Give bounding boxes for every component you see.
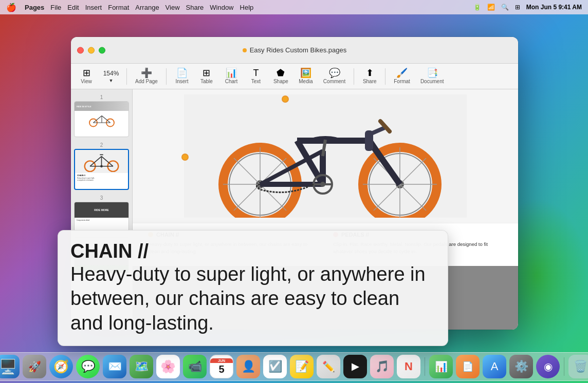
dock-icon-trash[interactable]: 🗑️ (568, 355, 588, 378)
chain-tooltip-popup: CHAIN // Heavy-duty to super light, or a… (58, 230, 448, 346)
format-label: Format (394, 79, 410, 84)
menu-edit[interactable]: Edit (67, 4, 79, 11)
battery-icon[interactable]: 🔋 (473, 4, 481, 11)
annotation-dot-saddle[interactable] (282, 95, 289, 103)
toolbar-chart[interactable]: 📊 Chart (220, 66, 243, 86)
dock-icon-calendar[interactable]: JUN 5 (210, 355, 233, 378)
dock-icon-reminders[interactable]: ☑️ (263, 355, 287, 378)
bike-image (133, 89, 518, 223)
text-label: Text (251, 79, 261, 84)
dock-icon-sysprefs[interactable]: ⚙️ (509, 355, 533, 378)
dock-icon-contacts[interactable]: 👤 (236, 355, 260, 378)
toolbar-divider-4 (385, 68, 385, 85)
share-label: Share (363, 79, 377, 84)
dock: 🖥️ 🚀 🧭 💬 ✉️ 🗺️ 🌸 📹 JUN 5 👤 ☑️ 📝 ✏️ ▶ 🎵 N… (0, 352, 588, 381)
control-center-icon[interactable]: ⊞ (515, 4, 520, 11)
bike-illustration (184, 94, 467, 218)
dock-icon-messages[interactable]: 💬 (76, 355, 100, 378)
wifi-icon[interactable]: 📶 (487, 4, 495, 11)
dock-icon-appstore[interactable]: A (483, 355, 506, 378)
tooltip-heading: CHAIN // (70, 241, 435, 262)
dock-icon-freeform[interactable]: ✏️ (317, 355, 340, 378)
text-icon: T (253, 68, 259, 78)
dock-icon-pages[interactable]: 📄 (456, 355, 480, 378)
toolbar-text[interactable]: T Text (245, 66, 267, 86)
menu-file[interactable]: File (50, 4, 61, 11)
apple-menu[interactable]: 🍎 (6, 3, 16, 12)
dock-icon-facetime[interactable]: 📹 (183, 355, 207, 378)
add-page-label: Add Page (135, 79, 158, 84)
dock-icon-photos[interactable]: 🌸 (156, 355, 180, 378)
menubar-right: 🔋 📶 🔍 ⊞ Mon Jun 5 9:41 AM (473, 4, 582, 11)
toolbar-insert[interactable]: 📄 Insert (171, 66, 193, 86)
toolbar-divider-1 (126, 68, 127, 85)
toolbar-document[interactable]: 📑 Document (416, 66, 448, 86)
toolbar-divider-2 (166, 68, 167, 85)
menu-help[interactable]: Help (240, 4, 254, 11)
toolbar-shape[interactable]: ⬟ Shape (269, 66, 292, 86)
shape-label: Shape (273, 79, 288, 84)
datetime: Mon Jun 5 9:41 AM (526, 4, 582, 11)
dock-icon-maps[interactable]: 🗺️ (130, 355, 153, 378)
sidebar-page-1[interactable]: 1 RIDE IN STYLE (73, 93, 130, 138)
toolbar-table[interactable]: ⊞ Table (195, 66, 218, 86)
window-title-text: Easy Rides Custom Bikes.pages (250, 46, 347, 54)
chart-label: Chart (225, 79, 237, 84)
insert-label: Insert (175, 79, 188, 84)
page-thumb-2[interactable]: CHAIN // Heavy-duty to super light, or a… (74, 149, 129, 190)
format-icon: 🖌️ (396, 68, 408, 78)
table-icon: ⊞ (203, 68, 210, 78)
dock-separator-2 (564, 357, 564, 376)
toolbar-zoom[interactable]: 154% ▼ (100, 68, 122, 85)
sidebar-page-2[interactable]: 2 (73, 141, 130, 191)
menu-arrange[interactable]: Arrange (135, 4, 159, 11)
dock-icon-notes[interactable]: 📝 (290, 355, 314, 378)
search-icon[interactable]: 🔍 (501, 4, 509, 11)
document-icon: 📑 (427, 68, 438, 78)
dock-icon-numbers[interactable]: 📊 (429, 355, 453, 378)
toolbar-add-page[interactable]: ➕ Add Page (131, 66, 162, 86)
dock-icon-mail[interactable]: ✉️ (103, 355, 126, 378)
media-label: Media (299, 79, 313, 84)
window-controls (77, 47, 105, 53)
table-label: Table (200, 79, 213, 84)
comment-icon: 💬 (329, 68, 340, 78)
menu-format[interactable]: Format (108, 4, 129, 11)
menu-app-name[interactable]: Pages (25, 4, 44, 11)
minimize-button[interactable] (88, 47, 95, 53)
page-number-2: 2 (74, 142, 129, 148)
insert-icon: 📄 (176, 68, 188, 78)
dock-icon-arc[interactable]: ◉ (536, 355, 560, 378)
toolbar-divider-3 (354, 68, 354, 85)
comment-label: Comment (323, 79, 345, 84)
zoom-chevron: ▼ (109, 78, 114, 83)
maximize-button[interactable] (99, 47, 105, 53)
window-title: Easy Rides Custom Bikes.pages (77, 46, 512, 54)
menu-share[interactable]: Share (186, 4, 204, 11)
dock-icon-news[interactable]: N (397, 355, 420, 378)
dock-separator (425, 357, 425, 376)
toolbar-format[interactable]: 🖌️ Format (390, 66, 414, 86)
page-number-3: 3 (74, 195, 129, 201)
toolbar: ⊞ View 154% ▼ ➕ Add Page 📄 Insert ⊞ Tabl… (71, 64, 518, 89)
chart-icon: 📊 (226, 68, 237, 78)
page-thumb-1[interactable]: RIDE IN STYLE (74, 101, 129, 137)
document-dot (243, 48, 247, 52)
dock-icon-launchpad[interactable]: 🚀 (23, 355, 46, 378)
toolbar-comment[interactable]: 💬 Comment (319, 66, 350, 86)
tooltip-body: Heavy-duty to super light, or anywhere i… (70, 262, 435, 336)
toolbar-view[interactable]: ⊞ View (75, 66, 98, 86)
toolbar-media[interactable]: 🖼️ Media (295, 66, 317, 86)
annotation-dot-chain[interactable] (181, 154, 189, 161)
menu-insert[interactable]: Insert (85, 4, 102, 11)
close-button[interactable] (77, 47, 84, 53)
dock-icon-music[interactable]: 🎵 (370, 355, 394, 378)
menu-view[interactable]: View (166, 4, 180, 11)
media-icon: 🖼️ (300, 68, 311, 78)
dock-icon-finder[interactable]: 🖥️ (0, 355, 20, 378)
dock-icon-appletv[interactable]: ▶ (343, 355, 367, 378)
toolbar-share[interactable]: ⬆ Share (358, 66, 381, 86)
menu-window[interactable]: Window (210, 4, 233, 11)
window-titlebar: Easy Rides Custom Bikes.pages (71, 37, 518, 64)
dock-icon-safari[interactable]: 🧭 (49, 355, 73, 378)
